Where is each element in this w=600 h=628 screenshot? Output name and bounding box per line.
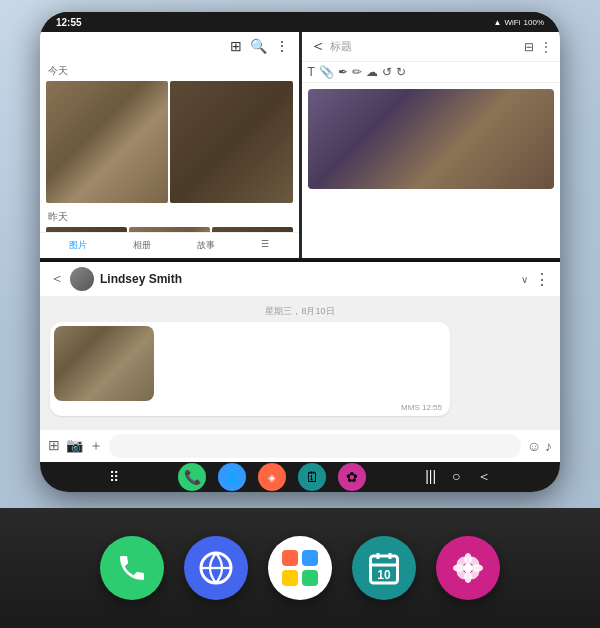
dock-large-flower[interactable] [436, 536, 500, 600]
notes-back-button[interactable]: ＜ [310, 36, 326, 57]
battery-icon: 100% [524, 18, 544, 27]
msg-send-icons: ☺ ♪ [527, 438, 552, 454]
status-time: 12:55 [56, 17, 82, 28]
gallery-today-grid [46, 81, 293, 203]
dock-large-multi[interactable] [268, 536, 332, 600]
notes-highlight-icon[interactable]: ✏ [352, 65, 362, 79]
gallery-today-label: 今天 [46, 61, 293, 81]
notes-pages-icon[interactable]: ⊟ [524, 40, 534, 54]
multi-q4 [302, 570, 318, 586]
msg-input-field[interactable] [109, 434, 521, 458]
notes-type-icon[interactable]: T [308, 65, 315, 79]
screen-icon[interactable]: ⊞ [230, 38, 242, 54]
dock-large-browser[interactable] [184, 536, 248, 600]
msg-body: 星期三，8月10日 MMS 12:55 [40, 297, 560, 429]
msg-more-icon[interactable]: ⋮ [534, 270, 550, 289]
bottom-dock-bar: 10 [0, 508, 600, 628]
nav-recent-icon[interactable]: ||| [425, 468, 436, 486]
gallery-albums-tab[interactable]: 相册 [133, 239, 151, 252]
status-bar: 12:55 ▲ WiFi 100% [40, 12, 560, 32]
msg-mms-time: MMS 12:55 [54, 403, 446, 412]
msg-back-button[interactable]: ＜ [50, 270, 64, 288]
msg-camera-icon[interactable]: 📷 [66, 437, 83, 455]
gallery-scroll[interactable]: 今天 昨天 [40, 57, 299, 232]
gallery-stories-tab[interactable]: 故事 [197, 239, 215, 252]
notes-header: ＜ 标题 ⊟ ⋮ [302, 32, 561, 62]
msg-contact-name: Lindsey Smith [100, 272, 515, 286]
messaging-panel: ＜ Lindsey Smith ∨ ⋮ 星期三，8月10日 MMS 12:55 … [40, 262, 560, 462]
msg-image [54, 326, 154, 401]
dock-calendar-app[interactable]: 🗓 [298, 463, 326, 491]
gallery-panel: ⊞ 🔍 ⋮ 今天 昨天 [40, 32, 299, 258]
msg-audio-icon[interactable]: ♪ [545, 438, 552, 454]
msg-dropdown-icon[interactable]: ∨ [521, 274, 528, 285]
dock-multi-app[interactable]: ◈ [258, 463, 286, 491]
nav-home-icon[interactable]: ○ [452, 468, 460, 486]
msg-bubble: MMS 12:55 [50, 322, 450, 416]
msg-gallery-icon[interactable]: ⊞ [48, 437, 60, 455]
dock-large-calendar[interactable]: 10 [352, 536, 416, 600]
foldable-phone: 12:55 ▲ WiFi 100% ⊞ 🔍 ⋮ [40, 12, 560, 492]
dock-large-phone[interactable] [100, 536, 164, 600]
signal-icon: ▲ [494, 18, 502, 27]
msg-avatar [70, 267, 94, 291]
gallery-footer: 图片 相册 故事 ☰ [40, 232, 299, 258]
nav-back-icon[interactable]: ＜ [477, 468, 491, 486]
notes-panel: ＜ 标题 ⊟ ⋮ T 📎 ✒ ✏ ☁ ↺ ↻ [302, 32, 561, 258]
gallery-photos-tab[interactable]: 图片 [69, 239, 87, 252]
notes-undo-icon[interactable]: ↺ [382, 65, 392, 79]
svg-text:10: 10 [377, 568, 391, 582]
notes-attach-icon[interactable]: 📎 [319, 65, 334, 79]
multi-q2 [302, 550, 318, 566]
top-half: ⊞ 🔍 ⋮ 今天 昨天 [40, 32, 560, 260]
notes-shape-icon[interactable]: ☁ [366, 65, 378, 79]
msg-header: ＜ Lindsey Smith ∨ ⋮ [40, 262, 560, 297]
dock-flower-app[interactable]: ✿ [338, 463, 366, 491]
search-icon[interactable]: 🔍 [250, 38, 267, 54]
multi-inner [282, 550, 318, 586]
wifi-icon: WiFi [505, 18, 521, 27]
gallery-header-icons: ⊞ 🔍 ⋮ [230, 38, 289, 54]
notes-content[interactable] [302, 83, 561, 258]
nav-bar: ⠿ 📞 🌐 ◈ 🗓 ✿ ||| ○ ＜ [40, 462, 560, 492]
notes-pen-icon[interactable]: ✒ [338, 65, 348, 79]
notes-title: 标题 [330, 39, 521, 54]
gallery-thumb[interactable] [170, 81, 292, 203]
msg-emoji-icon[interactable]: ☺ [527, 438, 541, 454]
more-icon[interactable]: ⋮ [275, 38, 289, 54]
multi-q1 [282, 550, 298, 566]
gallery-header: ⊞ 🔍 ⋮ [40, 32, 299, 57]
notes-redo-icon[interactable]: ↻ [396, 65, 406, 79]
dock-browser-app[interactable]: 🌐 [218, 463, 246, 491]
dock-phone-app[interactable]: 📞 [178, 463, 206, 491]
msg-input-bar: ⊞ 📷 ＋ ☺ ♪ [40, 429, 560, 462]
msg-input-icons: ⊞ 📷 ＋ [48, 437, 103, 455]
msg-date-label: 星期三，8月10日 [50, 301, 550, 322]
msg-add-icon[interactable]: ＋ [89, 437, 103, 455]
gallery-yesterday-label: 昨天 [46, 207, 293, 227]
multi-q3 [282, 570, 298, 586]
notes-header-icons: ⊟ ⋮ [524, 40, 552, 54]
notes-image [308, 89, 555, 189]
gallery-menu-icon[interactable]: ☰ [261, 239, 269, 252]
gallery-thumb[interactable] [46, 81, 168, 203]
app-drawer-icon[interactable]: ⠿ [109, 469, 119, 485]
screen-area: ⊞ 🔍 ⋮ 今天 昨天 [40, 32, 560, 492]
nav-buttons: ||| ○ ＜ [425, 468, 490, 486]
notes-more-icon[interactable]: ⋮ [540, 40, 552, 54]
status-icons: ▲ WiFi 100% [494, 18, 544, 27]
app-dock: 📞 🌐 ◈ 🗓 ✿ [178, 463, 366, 491]
notes-toolbar: T 📎 ✒ ✏ ☁ ↺ ↻ [302, 62, 561, 83]
